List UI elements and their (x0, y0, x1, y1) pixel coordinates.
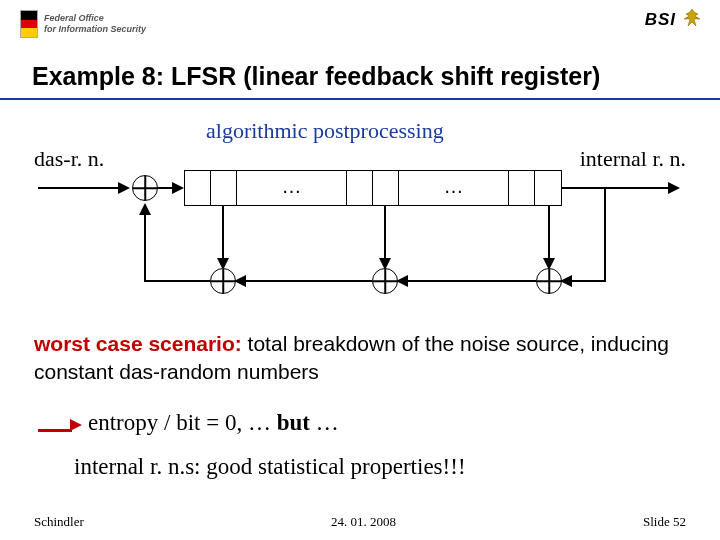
arrow-head (70, 419, 82, 431)
implication-arrow-icon (38, 418, 82, 436)
xor-node-icon (372, 268, 398, 294)
line (548, 206, 550, 260)
xor-node-icon (210, 268, 236, 294)
line (222, 206, 224, 260)
line (604, 188, 606, 281)
arrowhead-icon (234, 275, 246, 287)
label-internal-rn: internal r. n. (580, 146, 686, 172)
register-cell (185, 171, 211, 205)
slide-content: das-r. n. algorithmic postprocessing int… (34, 110, 686, 500)
line (144, 280, 210, 282)
arrowhead-icon (560, 275, 572, 287)
footer-slide-number: Slide 52 (643, 514, 686, 530)
line (400, 280, 536, 282)
entropy-pre: entropy / bit = 0, … (88, 410, 277, 435)
register-ellipsis: … (237, 171, 347, 205)
worst-case-lead: worst case scenario: (34, 332, 242, 355)
label-algorithmic-postprocessing: algorithmic postprocessing (206, 118, 444, 144)
german-flag-icon (20, 10, 38, 38)
eagle-icon (682, 8, 702, 32)
line (38, 187, 120, 189)
office-line1: Federal Office (44, 13, 146, 24)
arrowhead-icon (139, 203, 151, 215)
entropy-but: but (277, 410, 310, 435)
lfsr-diagram: … … (34, 170, 686, 310)
arrow-shaft (38, 429, 72, 432)
entropy-line: entropy / bit = 0, … but … (88, 410, 686, 436)
bsi-text: BSI (645, 10, 676, 30)
footer-date: 24. 01. 2008 (331, 514, 396, 530)
internal-good-line: internal r. n.s: good statistical proper… (74, 454, 686, 480)
xor-node-icon (536, 268, 562, 294)
office-line2: for Information Security (44, 24, 146, 35)
line (384, 206, 386, 260)
xor-node-icon (132, 175, 158, 201)
office-name: Federal Office for Information Security (44, 13, 146, 35)
arrowhead-icon (668, 182, 680, 194)
worst-case-paragraph: worst case scenario: total breakdown of … (34, 330, 686, 386)
line (238, 280, 372, 282)
line (144, 214, 146, 282)
register-cell (347, 171, 373, 205)
arrowhead-icon (118, 182, 130, 194)
shift-register: … … (184, 170, 562, 206)
entropy-post: … (310, 410, 339, 435)
slide-footer: Schindler 24. 01. 2008 Slide 52 (34, 514, 686, 530)
slide-header: Federal Office for Information Security … (14, 6, 706, 56)
slide-title: Example 8: LFSR (linear feedback shift r… (32, 62, 692, 91)
federal-office-logo: Federal Office for Information Security (20, 10, 146, 38)
register-cell (509, 171, 535, 205)
bsi-logo: BSI (645, 8, 702, 32)
title-underline (0, 98, 720, 100)
arrowhead-icon (172, 182, 184, 194)
label-das-rn: das-r. n. (34, 146, 104, 172)
register-ellipsis: … (399, 171, 509, 205)
footer-author: Schindler (34, 514, 84, 530)
register-cell (535, 171, 561, 205)
line (562, 187, 670, 189)
register-cell (373, 171, 399, 205)
register-cell (211, 171, 237, 205)
slide: Federal Office for Information Security … (0, 0, 720, 540)
arrowhead-icon (396, 275, 408, 287)
